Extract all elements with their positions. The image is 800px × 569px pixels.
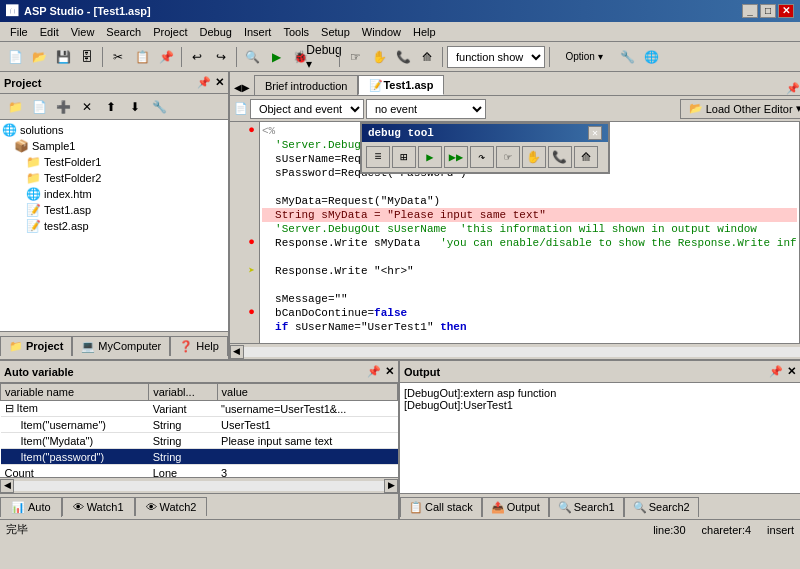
search2-icon: 🔍 bbox=[633, 501, 647, 514]
av-close-icon[interactable]: ✕ bbox=[385, 365, 394, 378]
pt-btn5[interactable]: ⬆ bbox=[100, 96, 122, 118]
tree-index[interactable]: 🌐 index.htm bbox=[2, 186, 226, 202]
pt-btn2[interactable]: 📄 bbox=[28, 96, 50, 118]
tree-folder2[interactable]: 📁 TestFolder2 bbox=[2, 170, 226, 186]
dbg-btn-3[interactable]: ▶ bbox=[418, 146, 442, 168]
menu-project[interactable]: Project bbox=[147, 24, 193, 40]
maximize-button[interactable]: □ bbox=[760, 4, 776, 18]
copy-button[interactable]: 📋 bbox=[131, 46, 153, 68]
output-pin-icon[interactable]: 📌 bbox=[769, 365, 783, 378]
up-button[interactable]: ⟰ bbox=[416, 46, 438, 68]
table-row-selected[interactable]: Item("password") String bbox=[1, 449, 398, 465]
undo-button[interactable]: ↩ bbox=[186, 46, 208, 68]
paste-button[interactable]: 📌 bbox=[155, 46, 177, 68]
menu-insert[interactable]: Insert bbox=[238, 24, 278, 40]
minimize-button[interactable]: _ bbox=[742, 4, 758, 18]
code-editor[interactable]: debug tool ✕ ≡ ⊞ ▶ ▶▶ ↷ ☞ ✋ 📞 ⟰ bbox=[260, 122, 799, 343]
output-close-icon[interactable]: ✕ bbox=[787, 365, 796, 378]
redo-button[interactable]: ↪ bbox=[210, 46, 232, 68]
find-button[interactable]: 🔍 bbox=[241, 46, 263, 68]
menu-view[interactable]: View bbox=[65, 24, 101, 40]
menu-search[interactable]: Search bbox=[100, 24, 147, 40]
project-close-icon[interactable]: ✕ bbox=[215, 76, 224, 89]
hand2-button[interactable]: ✋ bbox=[368, 46, 390, 68]
hand1-button[interactable]: ☞ bbox=[344, 46, 366, 68]
table-row[interactable]: Count Lone 3 bbox=[1, 465, 398, 478]
dbg-btn-8[interactable]: 📞 bbox=[548, 146, 572, 168]
event-dropdown[interactable]: no event bbox=[366, 99, 486, 119]
output-content: [DebugOut]:extern asp function [DebugOut… bbox=[400, 383, 800, 493]
output-line-2: [DebugOut]:UserTest1 bbox=[404, 399, 796, 411]
dbg-btn-5[interactable]: ↷ bbox=[470, 146, 494, 168]
code-line-8: Response.Write sMyData 'you can enable/d… bbox=[262, 236, 797, 250]
editor-tab-brief[interactable]: Brief introduction bbox=[254, 75, 359, 95]
close-button[interactable]: ✕ bbox=[778, 4, 794, 18]
table-row[interactable]: Item("username") String UserTest1 bbox=[1, 417, 398, 433]
editor-tab-test1[interactable]: 📝 Test1.asp bbox=[358, 75, 444, 95]
tab-help[interactable]: ❓ Help bbox=[170, 336, 228, 356]
menu-setup[interactable]: Setup bbox=[315, 24, 356, 40]
dbg-btn-2[interactable]: ⊞ bbox=[392, 146, 416, 168]
dbg-btn-7[interactable]: ✋ bbox=[522, 146, 546, 168]
pt-btn4[interactable]: ✕ bbox=[76, 96, 98, 118]
tree-solutions[interactable]: 🌐 solutions bbox=[2, 122, 226, 138]
tab-output[interactable]: 📤 Output bbox=[482, 497, 549, 517]
phone-button[interactable]: 📞 bbox=[392, 46, 414, 68]
tree-sample1[interactable]: 📦 Sample1 bbox=[2, 138, 226, 154]
av-hscroll-right[interactable]: ▶ bbox=[384, 479, 398, 493]
editor-pin-icon[interactable]: 📌 bbox=[786, 82, 800, 95]
var-type: String bbox=[149, 417, 217, 433]
tab-search2[interactable]: 🔍 Search2 bbox=[624, 497, 699, 517]
hscroll-left[interactable]: ◀ bbox=[230, 345, 244, 359]
debug-tool-close[interactable]: ✕ bbox=[588, 126, 602, 140]
menu-debug[interactable]: Debug bbox=[193, 24, 237, 40]
open-button[interactable]: 📂 bbox=[28, 46, 50, 68]
tree-test1[interactable]: 📝 Test1.asp bbox=[2, 202, 226, 218]
menu-window[interactable]: Window bbox=[356, 24, 407, 40]
editor-nav-next[interactable]: ▶ bbox=[242, 82, 250, 93]
dbg-btn-4[interactable]: ▶▶ bbox=[444, 146, 468, 168]
tree-test2[interactable]: 📝 test2.asp bbox=[2, 218, 226, 234]
dbg-btn-1[interactable]: ≡ bbox=[366, 146, 390, 168]
dbg-btn-9[interactable]: ⟰ bbox=[574, 146, 598, 168]
pt-btn7[interactable]: 🔧 bbox=[148, 96, 170, 118]
editor-nav-prev[interactable]: ◀ bbox=[234, 82, 242, 93]
pt-btn3[interactable]: ➕ bbox=[52, 96, 74, 118]
tab-watch1[interactable]: 👁 Watch1 bbox=[62, 497, 135, 516]
debug-dropdown[interactable]: Debug ▾ bbox=[313, 46, 335, 68]
tree-folder1[interactable]: 📁 TestFolder1 bbox=[2, 154, 226, 170]
toolbar-icon2[interactable]: 🌐 bbox=[640, 46, 662, 68]
tab-auto[interactable]: 📊 Auto bbox=[0, 497, 62, 517]
function-dropdown[interactable]: function show bbox=[447, 46, 545, 68]
run-button[interactable]: ▶ bbox=[265, 46, 287, 68]
menu-file[interactable]: File bbox=[4, 24, 34, 40]
dbg-btn-6[interactable]: ☞ bbox=[496, 146, 520, 168]
save-all-button[interactable]: 🗄 bbox=[76, 46, 98, 68]
pt-btn6[interactable]: ⬇ bbox=[124, 96, 146, 118]
title-bar: 🅰 ASP Studio - [Test1.asp] _ □ ✕ bbox=[0, 0, 800, 22]
tab-callstack[interactable]: 📋 Call stack bbox=[400, 497, 482, 517]
tab-watch2[interactable]: 👁 Watch2 bbox=[135, 497, 208, 516]
project-pin-icon[interactable]: 📌 bbox=[197, 76, 211, 89]
tab-project[interactable]: 📁 Project bbox=[0, 336, 72, 356]
save-button[interactable]: 💾 bbox=[52, 46, 74, 68]
av-hscroll-left[interactable]: ◀ bbox=[0, 479, 14, 493]
new-button[interactable]: 📄 bbox=[4, 46, 26, 68]
menu-tools[interactable]: Tools bbox=[277, 24, 315, 40]
menu-edit[interactable]: Edit bbox=[34, 24, 65, 40]
toolbar-icon1[interactable]: 🔧 bbox=[616, 46, 638, 68]
av-pin-icon[interactable]: 📌 bbox=[367, 365, 381, 378]
table-row[interactable]: ⊟ Item Variant "username=UserTest1&... bbox=[1, 401, 398, 417]
tab-mycomputer[interactable]: 💻 MyComputer bbox=[72, 336, 170, 356]
object-dropdown[interactable]: Object and event bbox=[250, 99, 364, 119]
load-other-editor-button[interactable]: 📂 Load Other Editor ▾ bbox=[680, 99, 800, 119]
code-line-12: sMessage="" bbox=[262, 292, 797, 306]
cut-button[interactable]: ✂ bbox=[107, 46, 129, 68]
menu-help[interactable]: Help bbox=[407, 24, 442, 40]
pt-btn1[interactable]: 📁 bbox=[4, 96, 26, 118]
title-text: ASP Studio - [Test1.asp] bbox=[24, 5, 151, 17]
option-button[interactable]: Option ▾ bbox=[554, 46, 614, 68]
tab-search1[interactable]: 🔍 Search1 bbox=[549, 497, 624, 517]
table-row[interactable]: Item("Mydata") String Please input same … bbox=[1, 433, 398, 449]
auto-tab-icon: 📊 bbox=[11, 501, 25, 514]
